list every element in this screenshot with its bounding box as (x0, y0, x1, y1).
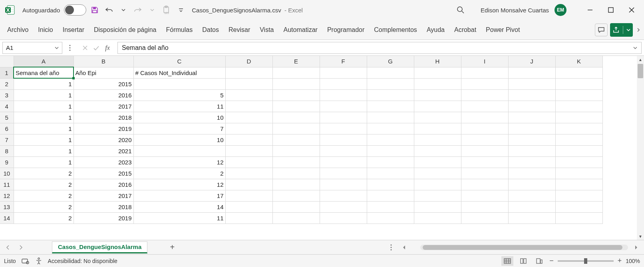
cell-C5[interactable]: 10 (133, 112, 225, 123)
cell-G5[interactable] (367, 112, 414, 123)
ribbon-tab-revisar[interactable]: Revisar (224, 23, 255, 37)
cell-G12[interactable] (367, 190, 414, 201)
name-box[interactable]: A1 (2, 42, 62, 54)
ribbon-tab-insertar[interactable]: Insertar (58, 23, 89, 37)
share-button[interactable] (610, 23, 633, 37)
cell-E10[interactable] (272, 168, 320, 179)
cell-C4[interactable]: 11 (133, 101, 225, 112)
row-header-14[interactable]: 14 (0, 212, 14, 223)
cell-K1[interactable] (555, 67, 602, 78)
cell-C14[interactable]: 11 (133, 212, 225, 223)
cell-F11[interactable] (320, 179, 367, 190)
cell-G2[interactable] (367, 78, 414, 89)
cell-E6[interactable] (272, 123, 320, 134)
cell-G9[interactable] (367, 156, 414, 168)
cell-B2[interactable]: 2015 (74, 78, 133, 89)
cell-G11[interactable] (367, 179, 414, 190)
row-header-4[interactable]: 4 (0, 101, 14, 112)
cell-F13[interactable] (320, 201, 367, 212)
cell-I5[interactable] (461, 112, 508, 123)
sheet-nav-next[interactable] (16, 243, 26, 252)
cell-B11[interactable]: 2016 (74, 179, 133, 190)
horizontal-scroll-thumb[interactable] (423, 245, 622, 250)
cell-B6[interactable]: 2019 (74, 123, 133, 134)
view-normal-button[interactable] (501, 256, 513, 266)
cell-K14[interactable] (555, 212, 602, 223)
column-header-H[interactable]: H (414, 56, 461, 67)
cell-A4[interactable]: 1 (14, 101, 74, 112)
row-header-11[interactable]: 11 (0, 179, 14, 190)
scroll-up-arrow[interactable]: ▲ (637, 56, 644, 63)
cell-I1[interactable] (461, 67, 508, 78)
cell-K8[interactable] (555, 145, 602, 156)
zoom-level[interactable]: 100% (626, 258, 640, 264)
cell-E9[interactable] (272, 156, 320, 168)
cell-H6[interactable] (414, 123, 461, 134)
cell-I7[interactable] (461, 134, 508, 145)
redo-dropdown[interactable] (146, 4, 158, 16)
save-button[interactable] (89, 4, 101, 16)
cell-F12[interactable] (320, 190, 367, 201)
column-header-J[interactable]: J (508, 56, 555, 67)
view-page-break-button[interactable] (533, 256, 545, 266)
cell-F4[interactable] (320, 101, 367, 112)
cell-F7[interactable] (320, 134, 367, 145)
cell-K11[interactable] (555, 179, 602, 190)
vertical-scroll-thumb[interactable] (638, 64, 643, 78)
cell-E14[interactable] (272, 212, 320, 223)
cell-K2[interactable] (555, 78, 602, 89)
cell-C1[interactable]: # Casos Not_Individual (133, 67, 225, 78)
column-header-G[interactable]: G (367, 56, 414, 67)
vertical-scrollbar[interactable]: ▲ ▼ (637, 56, 644, 240)
minimize-button[interactable] (581, 2, 599, 18)
cell-C10[interactable]: 2 (133, 168, 225, 179)
enter-formula-button[interactable] (91, 43, 101, 53)
cell-H9[interactable] (414, 156, 461, 168)
horizontal-scrollbar[interactable] (420, 245, 628, 250)
row-header-12[interactable]: 12 (0, 190, 14, 201)
cell-J11[interactable] (508, 179, 555, 190)
row-header-6[interactable]: 6 (0, 123, 14, 134)
cell-J13[interactable] (508, 201, 555, 212)
cell-K3[interactable] (555, 89, 602, 101)
row-header-10[interactable]: 10 (0, 168, 14, 179)
cell-E11[interactable] (272, 179, 320, 190)
cell-B14[interactable]: 2019 (74, 212, 133, 223)
ribbon-tab-programador[interactable]: Programador (322, 23, 369, 37)
cell-D5[interactable] (225, 112, 272, 123)
cell-H12[interactable] (414, 190, 461, 201)
cell-J3[interactable] (508, 89, 555, 101)
cell-D12[interactable] (225, 190, 272, 201)
zoom-slider[interactable] (558, 260, 614, 262)
cell-K7[interactable] (555, 134, 602, 145)
column-header-D[interactable]: D (225, 56, 272, 67)
cell-E5[interactable] (272, 112, 320, 123)
cell-B1[interactable]: Año Epi (74, 67, 133, 78)
zoom-out-button[interactable]: − (549, 257, 554, 265)
select-all-corner[interactable] (0, 56, 14, 67)
cell-D13[interactable] (225, 201, 272, 212)
cell-E3[interactable] (272, 89, 320, 101)
row-header-3[interactable]: 3 (0, 89, 14, 101)
cell-J7[interactable] (508, 134, 555, 145)
cell-H1[interactable] (414, 67, 461, 78)
view-page-layout-button[interactable] (517, 256, 529, 266)
cell-E1[interactable] (272, 67, 320, 78)
undo-dropdown[interactable] (117, 4, 129, 16)
cell-G10[interactable] (367, 168, 414, 179)
row-header-7[interactable]: 7 (0, 134, 14, 145)
cell-J1[interactable] (508, 67, 555, 78)
customize-qat-dropdown[interactable] (175, 4, 187, 16)
cell-F8[interactable] (320, 145, 367, 156)
row-header-9[interactable]: 9 (0, 156, 14, 168)
cell-D14[interactable] (225, 212, 272, 223)
cell-K10[interactable] (555, 168, 602, 179)
cell-J4[interactable] (508, 101, 555, 112)
cell-J14[interactable] (508, 212, 555, 223)
cell-E13[interactable] (272, 201, 320, 212)
cell-C3[interactable]: 5 (133, 89, 225, 101)
cell-D1[interactable] (225, 67, 272, 78)
ribbon-tab-automatizar[interactable]: Automatizar (279, 23, 322, 37)
cell-C12[interactable]: 17 (133, 190, 225, 201)
cell-B8[interactable]: 2021 (74, 145, 133, 156)
